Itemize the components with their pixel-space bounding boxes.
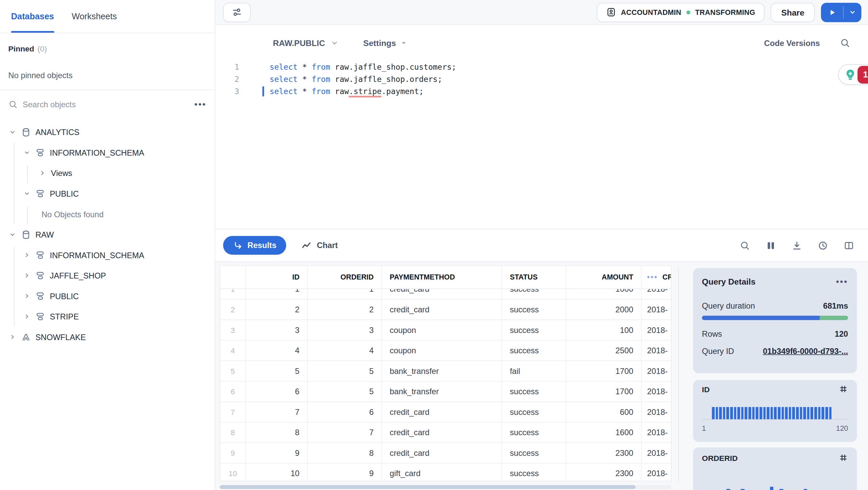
worksheet-config-button[interactable]: [223, 2, 251, 22]
table-cell[interactable]: 2300: [566, 443, 642, 463]
numeric-column-icon[interactable]: [839, 384, 848, 394]
tree-item-public[interactable]: PUBLIC: [0, 183, 215, 204]
column-header-paymentmethod[interactable]: PAYMENTMETHOD: [382, 266, 502, 289]
sidebar-more-menu[interactable]: •••: [195, 100, 207, 109]
scrollbar-thumb[interactable]: [220, 485, 636, 489]
column-header-id[interactable]: ID: [246, 266, 308, 289]
table-row[interactable]: 887credit_cardsuccess16002018-: [220, 423, 671, 443]
table-cell[interactable]: 7: [220, 402, 246, 422]
table-cell[interactable]: 2018-: [642, 299, 671, 319]
table-cell[interactable]: success: [502, 423, 566, 443]
table-cell[interactable]: 6: [220, 382, 246, 402]
table-cell[interactable]: success: [502, 443, 566, 463]
table-cell[interactable]: 2018-: [642, 320, 671, 340]
table-cell[interactable]: 2500: [566, 340, 642, 360]
table-cell[interactable]: credit_card: [382, 299, 502, 319]
copilot-suggestion-pill[interactable]: 1: [838, 64, 868, 85]
chevron-right-icon[interactable]: [8, 333, 17, 340]
table-row[interactable]: 665bank_transfersuccess17002018-: [220, 382, 671, 402]
column-menu-dots-icon[interactable]: •••: [647, 273, 658, 282]
tree-item-raw-public[interactable]: PUBLIC: [0, 286, 215, 306]
table-cell[interactable]: 2018-: [642, 361, 671, 381]
chevron-down-icon[interactable]: [22, 149, 31, 156]
table-cell[interactable]: success: [502, 289, 566, 299]
share-button[interactable]: Share: [771, 2, 815, 22]
table-cell[interactable]: 9: [246, 443, 308, 463]
table-row[interactable]: 776credit_cardsuccess6002018-: [220, 402, 671, 423]
table-cell[interactable]: 1700: [566, 382, 642, 402]
table-cell[interactable]: 2018-: [642, 402, 671, 422]
query-details-menu[interactable]: •••: [836, 277, 848, 286]
table-row[interactable]: 998credit_cardsuccess23002018-: [220, 443, 671, 464]
table-cell[interactable]: 3: [220, 320, 246, 340]
table-cell[interactable]: 8: [308, 443, 382, 463]
table-cell[interactable]: 2300: [566, 464, 642, 481]
split-panel-icon[interactable]: [844, 240, 854, 250]
table-cell[interactable]: 2018-: [642, 423, 671, 443]
table-cell[interactable]: 6: [308, 402, 382, 422]
query-history-icon[interactable]: [818, 240, 828, 250]
chevron-right-icon[interactable]: [22, 272, 31, 279]
table-cell[interactable]: 7: [246, 402, 308, 422]
editor-context-dropdown[interactable]: RAW.PUBLIC: [273, 38, 339, 48]
numeric-column-icon[interactable]: [839, 453, 848, 463]
table-cell[interactable]: 5: [308, 361, 382, 381]
row-number-header[interactable]: [220, 266, 246, 289]
tab-chart[interactable]: Chart: [301, 240, 338, 250]
table-cell[interactable]: 5: [220, 361, 246, 381]
code-versions-link[interactable]: Code Versions: [764, 39, 820, 47]
table-cell[interactable]: credit_card: [382, 402, 502, 422]
table-cell[interactable]: 1700: [566, 361, 642, 381]
code-line[interactable]: 2select * from raw.jaffle_shop.orders;: [215, 73, 868, 85]
table-cell[interactable]: 10: [246, 464, 308, 481]
chevron-right-icon[interactable]: [22, 292, 31, 299]
table-cell[interactable]: 7: [308, 423, 382, 443]
search-results-icon[interactable]: [739, 240, 750, 250]
run-button[interactable]: [821, 2, 843, 22]
table-cell[interactable]: success: [502, 464, 566, 481]
tab-results[interactable]: Results: [223, 236, 287, 255]
table-cell[interactable]: fail: [502, 361, 566, 381]
table-row[interactable]: 10109gift_cardsuccess23002018-: [220, 464, 671, 481]
table-cell[interactable]: success: [502, 402, 566, 422]
table-cell[interactable]: 10: [220, 464, 246, 481]
table-cell[interactable]: 2: [220, 299, 246, 319]
editor-search-icon[interactable]: [840, 38, 850, 48]
tab-worksheets[interactable]: Worksheets: [72, 0, 117, 33]
columns-icon[interactable]: [766, 240, 776, 250]
tree-item-analytics[interactable]: ANALYTICS: [0, 122, 215, 142]
table-cell[interactable]: 100: [566, 320, 642, 340]
table-row[interactable]: 333couponsuccess1002018-: [220, 320, 671, 341]
table-cell[interactable]: 8: [246, 423, 308, 443]
chevron-right-icon[interactable]: [22, 313, 31, 320]
editor-settings-dropdown[interactable]: Settings: [363, 38, 407, 48]
table-viewport[interactable]: 111credit_cardsuccess10002018-222credit_…: [220, 289, 671, 481]
tree-item-views[interactable]: Views: [0, 163, 215, 183]
table-cell[interactable]: success: [502, 320, 566, 340]
table-cell[interactable]: 1: [246, 289, 308, 299]
tree-item-information-schema[interactable]: INFORMATION_SCHEMA: [0, 142, 215, 163]
tree-item-jaffle-shop[interactable]: JAFFLE_SHOP: [0, 265, 215, 286]
chevron-down-icon[interactable]: [8, 231, 17, 238]
table-cell[interactable]: 1: [220, 289, 246, 299]
table-cell[interactable]: 4: [220, 340, 246, 360]
tab-databases[interactable]: Databases: [11, 0, 54, 33]
chevron-down-icon[interactable]: [22, 190, 31, 197]
table-cell[interactable]: success: [502, 340, 566, 360]
column-header-status[interactable]: STATUS: [502, 266, 566, 289]
table-cell[interactable]: coupon: [382, 320, 502, 340]
table-cell[interactable]: success: [502, 382, 566, 402]
query-id-link[interactable]: 01b349f6-0000-d793-...: [763, 347, 848, 355]
table-cell[interactable]: 4: [246, 340, 308, 360]
table-cell[interactable]: 1600: [566, 423, 642, 443]
code-line[interactable]: 3select * from raw.stripe.payment;: [215, 85, 868, 97]
table-cell[interactable]: 1000: [566, 289, 642, 299]
code-line[interactable]: 1select * from raw.jaffle_shop.customers…: [215, 61, 868, 73]
table-row[interactable]: 111credit_cardsuccess10002018-: [220, 289, 671, 299]
table-cell[interactable]: 9: [308, 464, 382, 481]
chevron-right-icon[interactable]: [22, 251, 31, 259]
search-objects-input[interactable]: [23, 100, 189, 109]
table-row[interactable]: 555bank_transferfail17002018-: [220, 361, 671, 382]
table-cell[interactable]: 8: [220, 423, 246, 443]
run-options-button[interactable]: [844, 2, 861, 22]
